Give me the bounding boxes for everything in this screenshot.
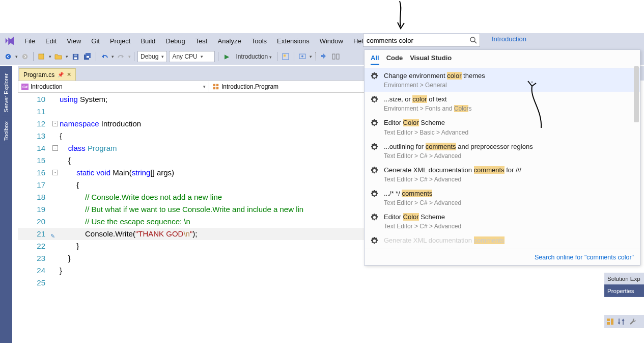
close-icon[interactable]: ✕ (67, 71, 71, 78)
search-tab-visual-studio[interactable]: Visual Studio (410, 54, 452, 65)
fold-toggle[interactable]: - (52, 145, 58, 151)
platform-dropdown[interactable]: Any CPU▾ (169, 51, 215, 62)
step-over-icon[interactable] (331, 51, 341, 62)
svg-rect-22 (607, 319, 610, 321)
search-result-item[interactable]: Change environment color themesEnvironme… (365, 68, 640, 92)
gear-icon (371, 237, 379, 245)
svg-rect-7 (74, 54, 77, 56)
nav-back-icon[interactable] (3, 51, 13, 62)
svg-point-0 (470, 37, 475, 42)
search-results-panel: AllCodeVisual Studio Change environment … (364, 49, 640, 266)
svg-rect-24 (611, 319, 613, 325)
solution-name-label: Introduction (492, 35, 526, 43)
scrollbar-thumb[interactable] (634, 66, 639, 122)
quick-launch-input[interactable] (363, 37, 469, 44)
document-tab-program[interactable]: Program.cs 📌 ✕ (19, 68, 76, 81)
menu-view[interactable]: View (62, 35, 86, 47)
start-target-label[interactable]: Introduction ▾ (234, 53, 274, 60)
search-tab-all[interactable]: All (371, 54, 379, 65)
svg-rect-20 (216, 87, 218, 89)
csharp-icon: C# (21, 84, 29, 90)
save-icon[interactable] (70, 51, 80, 62)
svg-rect-17 (213, 84, 215, 86)
gear-icon (371, 143, 379, 151)
annotation-arrow-down (390, 0, 411, 31)
open-icon[interactable] (53, 51, 64, 62)
svg-rect-19 (213, 87, 215, 89)
tool-icon-1[interactable] (281, 51, 291, 62)
sort-icon[interactable] (618, 318, 626, 326)
menu-build[interactable]: Build (135, 35, 160, 47)
nav-fwd-icon[interactable] (20, 51, 30, 62)
fold-toggle[interactable]: - (52, 121, 58, 126)
annotation-arrow-curve (527, 79, 547, 130)
wrench-icon[interactable] (629, 318, 637, 326)
redo-icon[interactable] (116, 51, 126, 62)
undo-icon[interactable] (99, 51, 109, 62)
gear-icon (371, 119, 379, 127)
search-result-item[interactable]: Generate XML documentation comments (365, 233, 640, 248)
svg-point-21 (531, 82, 533, 83)
nav-scope-label: Introduction (31, 83, 63, 90)
nav-scope-dropdown[interactable]: C# Introduction ▾ (18, 81, 209, 92)
menu-window[interactable]: Window (315, 35, 348, 47)
gear-icon (371, 167, 379, 174)
menu-edit[interactable]: Edit (40, 35, 62, 47)
doc-tab-title: Program.cs (23, 71, 54, 78)
search-result-item[interactable]: ...size, or color of textEnvironment > F… (365, 92, 640, 115)
nav-member-label: Introduction.Program (221, 83, 278, 90)
svg-line-1 (474, 41, 477, 43)
svg-rect-15 (332, 54, 335, 59)
new-project-icon[interactable] (37, 51, 47, 62)
menu-extensions[interactable]: Extensions (272, 35, 315, 47)
search-result-item[interactable]: Generate XML documentation comments for … (365, 163, 640, 186)
svg-point-3 (22, 54, 28, 60)
toolbox-tab[interactable]: Toolbox (2, 117, 11, 145)
menu-analyze[interactable]: Analyze (212, 35, 246, 47)
search-result-item[interactable]: .../* */ commentsText Editor > C# > Adva… (365, 186, 640, 209)
menu-bar: FileEditViewGitProjectBuildDebugTestAnal… (0, 33, 644, 48)
properties-tab[interactable]: Properties (604, 285, 644, 297)
left-dock: Server Explorer Toolbox (0, 66, 12, 343)
categorize-icon[interactable] (606, 318, 614, 326)
search-result-item[interactable]: Editor Color SchemeText Editor > C# > Ad… (365, 209, 640, 233)
gear-icon (371, 96, 379, 103)
config-dropdown[interactable]: Debug▾ (137, 51, 167, 62)
solution-explorer-tab[interactable]: Solution Exp (604, 273, 644, 285)
gear-icon (371, 190, 379, 198)
search-filter-tabs: AllCodeVisual Studio (365, 50, 640, 68)
tool-icon-2[interactable] (297, 51, 307, 62)
menu-tools[interactable]: Tools (246, 35, 272, 47)
menu-test[interactable]: Test (190, 35, 213, 47)
vs-logo-icon (4, 35, 15, 46)
pin-icon[interactable]: 📌 (58, 72, 64, 77)
code-line[interactable]: 25 (18, 277, 603, 289)
search-tab-code[interactable]: Code (386, 54, 403, 65)
gear-icon (371, 214, 379, 221)
right-dock: Solution Exp Properties (604, 273, 644, 297)
quick-launch-search[interactable] (363, 34, 480, 47)
step-into-icon[interactable] (319, 51, 329, 62)
server-explorer-tab[interactable]: Server Explorer (2, 69, 11, 116)
search-result-item[interactable]: ...outlining for comments and preprocess… (365, 139, 640, 163)
svg-rect-23 (607, 322, 610, 325)
save-all-icon[interactable] (82, 51, 93, 62)
search-icon[interactable] (469, 36, 478, 44)
class-icon (212, 83, 219, 90)
menu-project[interactable]: Project (105, 35, 135, 47)
property-toolbar (604, 315, 644, 328)
search-online-link[interactable]: Search online for "comments color" (365, 249, 640, 265)
search-results-list: Change environment color themesEnvironme… (365, 68, 640, 249)
svg-point-14 (301, 56, 303, 58)
menu-git[interactable]: Git (86, 35, 105, 47)
svg-rect-18 (216, 84, 218, 86)
fold-toggle[interactable]: - (52, 170, 58, 175)
gear-icon (371, 72, 379, 80)
svg-rect-12 (284, 55, 286, 57)
search-result-item[interactable]: Editor Color SchemeText Editor > Basic >… (365, 115, 640, 139)
svg-point-2 (6, 54, 11, 60)
menu-file[interactable]: File (19, 35, 40, 47)
code-line[interactable]: 24} (18, 265, 603, 277)
menu-debug[interactable]: Debug (160, 35, 190, 47)
start-debug-button[interactable]: ▶ (221, 51, 232, 62)
